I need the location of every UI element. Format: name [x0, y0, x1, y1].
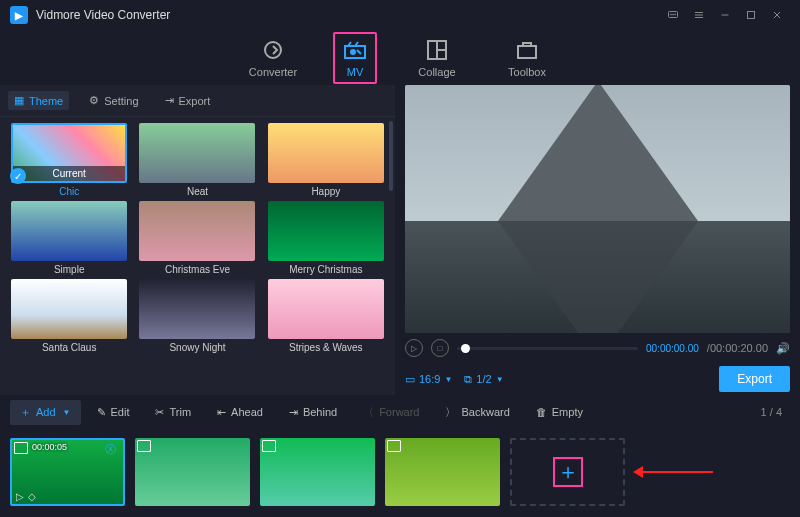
remove-clip-icon[interactable]: ⓧ: [105, 442, 121, 458]
clip-duration: 00:00:05: [32, 442, 67, 452]
theme-merry-christmas[interactable]: Merry Christmas: [265, 201, 387, 275]
maximize-button[interactable]: [738, 2, 764, 28]
subtab-setting[interactable]: ⚙Setting: [83, 91, 144, 110]
time-current: 00:00:00.00: [646, 343, 699, 354]
tab-label: Collage: [418, 66, 455, 78]
mv-icon: [343, 38, 367, 62]
theme-grid: Current✓ Chic Neat Happy Simple Christma…: [0, 117, 395, 395]
clip-2[interactable]: [135, 438, 250, 506]
menu-icon[interactable]: [686, 2, 712, 28]
ahead-button[interactable]: ⇤Ahead: [207, 401, 273, 424]
svg-point-2: [673, 14, 674, 15]
theme-stripes-waves[interactable]: Stripes & Waves: [265, 279, 387, 353]
converter-icon: [261, 38, 285, 62]
trash-icon: 🗑: [536, 406, 547, 418]
theme-santa-claus[interactable]: Santa Claus: [8, 279, 130, 353]
annotation-arrow: [635, 466, 713, 478]
preview-area[interactable]: [405, 85, 790, 333]
chevron-left-icon: 〈: [363, 405, 374, 420]
subtab-theme[interactable]: ▦Theme: [8, 91, 69, 110]
play-clip-icon[interactable]: ▷: [16, 491, 24, 502]
svg-point-1: [671, 14, 672, 15]
wand-icon: ✎: [97, 406, 106, 419]
left-panel: ▦Theme ⚙Setting ⇥Export Current✓ Chic Ne…: [0, 85, 395, 395]
grid-icon: ▦: [14, 94, 24, 107]
clip-3[interactable]: [260, 438, 375, 506]
scrollbar[interactable]: [389, 121, 393, 191]
video-icon: [387, 440, 401, 452]
forward-button[interactable]: 〈Forward: [353, 400, 429, 425]
timeline: 00:00:05 ⓧ ▷◇ ＋: [0, 429, 800, 514]
toolbox-icon: [515, 38, 539, 62]
theme-snowy-night[interactable]: Snowy Night: [136, 279, 258, 353]
right-panel: ▷ □ 00:00:00.00/00:00:20.00 🔊 ▭16:9▼ ⧉1/…: [395, 85, 800, 395]
subtab-export[interactable]: ⇥Export: [159, 91, 217, 110]
progress-bar[interactable]: [457, 347, 638, 350]
clip-toolbar: ＋Add▼ ✎Edit ✂Trim ⇤Ahead ⇥Behind 〈Forwar…: [0, 395, 800, 429]
page-select[interactable]: ⧉1/2▼: [464, 373, 503, 386]
video-icon: [137, 440, 151, 452]
export-icon: ⇥: [165, 94, 174, 107]
tab-label: Toolbox: [508, 66, 546, 78]
chevron-right-icon: 〉: [445, 405, 456, 420]
skip-start-icon: ⇤: [217, 406, 226, 419]
tab-toolbox[interactable]: Toolbox: [497, 38, 557, 78]
tab-converter[interactable]: Converter: [243, 38, 303, 78]
info-clip-icon[interactable]: ◇: [28, 491, 36, 502]
theme-simple[interactable]: Simple: [8, 201, 130, 275]
minimize-button[interactable]: [712, 2, 738, 28]
notifications-icon[interactable]: [660, 2, 686, 28]
tab-label: Converter: [249, 66, 297, 78]
scissors-icon: ✂: [155, 406, 164, 419]
sub-tabs: ▦Theme ⚙Setting ⇥Export: [0, 85, 395, 117]
close-button[interactable]: [764, 2, 790, 28]
check-icon: ✓: [10, 168, 26, 184]
main-tabs: Converter MV Collage Toolbox: [0, 30, 800, 85]
crop-icon: ▭: [405, 373, 415, 386]
clip-counter: 1 / 4: [761, 406, 790, 418]
app-title: Vidmore Video Converter: [36, 8, 170, 22]
trim-button[interactable]: ✂Trim: [145, 401, 201, 424]
layers-icon: ⧉: [464, 373, 472, 386]
clip-4[interactable]: [385, 438, 500, 506]
plus-icon: ＋: [20, 405, 31, 420]
aspect-ratio-select[interactable]: ▭16:9▼: [405, 373, 452, 386]
skip-end-icon: ⇥: [289, 406, 298, 419]
content-area: ▦Theme ⚙Setting ⇥Export Current✓ Chic Ne…: [0, 85, 800, 395]
svg-rect-17: [518, 46, 536, 58]
chevron-down-icon: ▼: [63, 408, 71, 417]
theme-happy[interactable]: Happy: [265, 123, 387, 197]
theme-chic[interactable]: Current✓ Chic: [8, 123, 130, 197]
edit-button[interactable]: ✎Edit: [87, 401, 140, 424]
svg-point-11: [265, 42, 281, 58]
gear-icon: ⚙: [89, 94, 99, 107]
add-clip-slot[interactable]: ＋: [510, 438, 625, 506]
backward-button[interactable]: 〉Backward: [435, 400, 519, 425]
add-button[interactable]: ＋Add▼: [10, 400, 81, 425]
tab-mv[interactable]: MV: [333, 32, 377, 84]
svg-point-13: [351, 50, 355, 54]
export-button[interactable]: Export: [719, 366, 790, 392]
video-icon: [262, 440, 276, 452]
svg-point-3: [675, 14, 676, 15]
behind-button[interactable]: ⇥Behind: [279, 401, 347, 424]
play-button[interactable]: ▷: [405, 339, 423, 357]
clip-1[interactable]: 00:00:05 ⓧ ▷◇: [10, 438, 125, 506]
plus-icon: ＋: [553, 457, 583, 487]
svg-rect-8: [748, 12, 755, 19]
video-icon: [14, 442, 28, 454]
tab-collage[interactable]: Collage: [407, 38, 467, 78]
stop-button[interactable]: □: [431, 339, 449, 357]
theme-christmas-eve[interactable]: Christmas Eve: [136, 201, 258, 275]
collage-icon: [425, 38, 449, 62]
app-logo-icon: ▶: [10, 6, 28, 24]
ratio-bar: ▭16:9▼ ⧉1/2▼ Export: [405, 363, 790, 395]
preview-controls: ▷ □ 00:00:00.00/00:00:20.00 🔊: [405, 333, 790, 363]
time-total: /00:00:20.00: [707, 342, 768, 354]
titlebar: ▶ Vidmore Video Converter: [0, 0, 800, 30]
empty-button[interactable]: 🗑Empty: [526, 401, 593, 423]
tab-label: MV: [347, 66, 364, 78]
theme-neat[interactable]: Neat: [136, 123, 258, 197]
volume-icon[interactable]: 🔊: [776, 342, 790, 355]
current-badge: Current: [13, 166, 125, 181]
